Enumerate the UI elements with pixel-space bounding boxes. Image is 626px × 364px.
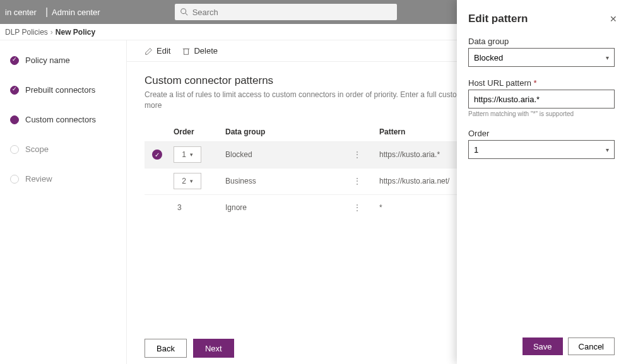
more-icon[interactable]: ⋮ xyxy=(353,176,362,186)
order-label: Order xyxy=(468,129,615,138)
check-icon[interactable] xyxy=(152,150,162,160)
search-box[interactable] xyxy=(175,4,397,20)
cell-group: Business xyxy=(225,177,353,185)
order-value: 1 xyxy=(182,150,186,159)
order-select[interactable]: 2▾ xyxy=(174,173,201,189)
crumb-current: New Policy xyxy=(56,28,95,37)
edit-pattern-panel: Edit pattern ✕ Data group Blocked ▾ Host… xyxy=(457,0,626,364)
delete-label: Delete xyxy=(194,46,218,56)
chevron-down-icon: ▾ xyxy=(190,178,193,184)
step-scope[interactable]: Scope xyxy=(10,144,126,154)
order-value: 3 xyxy=(174,203,225,212)
search-icon xyxy=(180,8,189,16)
svg-rect-2 xyxy=(184,49,189,54)
dot-icon xyxy=(10,145,19,154)
col-order[interactable]: Order xyxy=(174,127,225,136)
search-input[interactable] xyxy=(192,8,392,17)
dot-icon xyxy=(10,175,19,184)
cell-group: Ignore xyxy=(225,203,353,212)
delete-icon xyxy=(182,47,191,56)
panel-footer: Save Cancel xyxy=(523,338,615,355)
delete-button[interactable]: Delete xyxy=(182,46,218,56)
next-button[interactable]: Next xyxy=(193,339,234,358)
required-icon: * xyxy=(534,78,537,88)
cell-group: Blocked xyxy=(225,150,353,159)
order-select[interactable]: 1 ▾ xyxy=(468,140,615,159)
step-policy-name[interactable]: Policy name xyxy=(10,56,126,65)
order-select[interactable]: 1▾ xyxy=(174,146,201,163)
app-name-left: in center xyxy=(5,8,37,17)
more-icon[interactable]: ⋮ xyxy=(353,203,362,213)
chevron-right-icon: › xyxy=(50,28,53,37)
svg-point-0 xyxy=(180,9,186,14)
data-group-label: Data group xyxy=(468,37,615,46)
chevron-down-icon: ▾ xyxy=(606,54,609,61)
edit-button[interactable]: Edit xyxy=(145,46,170,56)
wizard-footer: Back Next xyxy=(145,339,234,358)
learn-more-link[interactable]: more xyxy=(145,101,162,110)
check-icon xyxy=(10,86,19,95)
divider: | xyxy=(45,6,48,18)
desc-text: Create a list of rules to limit access t… xyxy=(145,90,506,99)
edit-icon xyxy=(145,47,153,56)
crumb-parent[interactable]: DLP Policies xyxy=(5,28,48,37)
panel-title: Edit pattern xyxy=(468,13,615,25)
cancel-button[interactable]: Cancel xyxy=(568,338,615,355)
wizard-sidebar: Policy name Prebuilt connectors Custom c… xyxy=(0,40,126,364)
step-label: Scope xyxy=(25,144,49,154)
dot-icon xyxy=(10,115,19,124)
host-url-input[interactable] xyxy=(468,90,615,109)
app-name-right: Admin center xyxy=(52,8,100,17)
host-url-hint: Pattern matching with "*" is supported xyxy=(468,110,615,117)
check-icon xyxy=(10,56,19,65)
select-value: 1 xyxy=(474,145,478,155)
chevron-down-icon: ▾ xyxy=(606,146,609,153)
data-group-select[interactable]: Blocked ▾ xyxy=(468,48,615,67)
order-value: 2 xyxy=(182,177,186,185)
chevron-down-icon: ▾ xyxy=(190,151,193,158)
more-icon[interactable]: ⋮ xyxy=(353,150,362,160)
step-prebuilt-connectors[interactable]: Prebuilt connectors xyxy=(10,85,126,95)
step-review[interactable]: Review xyxy=(10,174,126,184)
step-label: Custom connectors xyxy=(25,115,96,124)
step-custom-connectors[interactable]: Custom connectors xyxy=(10,115,126,124)
col-group[interactable]: Data group xyxy=(225,127,353,136)
step-label: Prebuilt connectors xyxy=(25,85,95,95)
close-icon[interactable]: ✕ xyxy=(610,14,617,24)
step-label: Policy name xyxy=(25,56,70,65)
save-button[interactable]: Save xyxy=(523,338,563,355)
svg-line-1 xyxy=(185,13,187,16)
select-value: Blocked xyxy=(474,53,503,62)
host-url-label: Host URL pattern * xyxy=(468,78,615,88)
step-label: Review xyxy=(25,174,52,184)
back-button[interactable]: Back xyxy=(145,339,187,358)
edit-label: Edit xyxy=(156,46,170,56)
